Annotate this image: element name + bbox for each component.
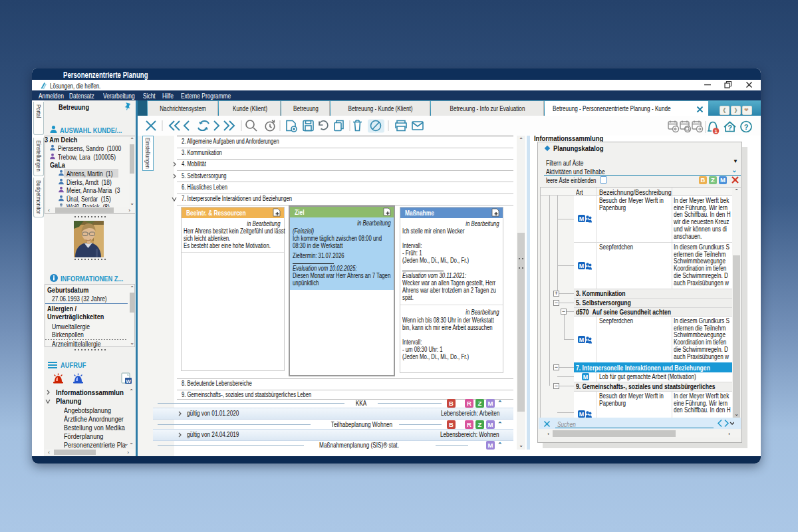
svg-text:M: M: [583, 374, 589, 380]
svg-text:M: M: [579, 336, 585, 343]
svg-text:?: ?: [728, 124, 732, 132]
svg-text:M: M: [579, 215, 585, 222]
svg-text:?: ?: [744, 123, 749, 131]
svg-text:M: M: [579, 263, 585, 269]
svg-text:W: W: [126, 378, 131, 384]
svg-text:1: 1: [714, 128, 717, 134]
svg-text:M: M: [579, 411, 585, 418]
